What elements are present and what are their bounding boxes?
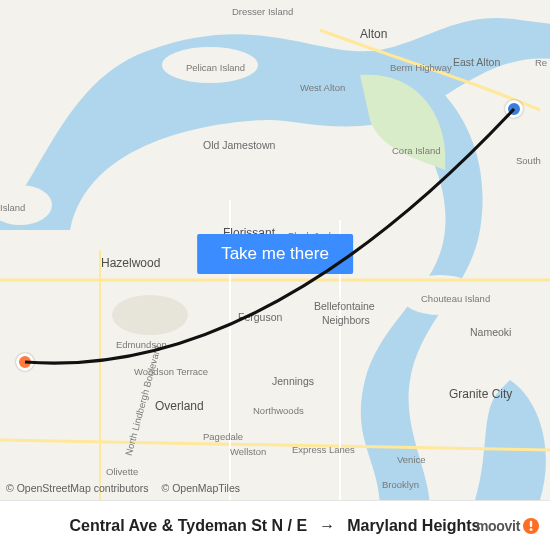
destination-label: Maryland Heights: [347, 517, 480, 535]
city-label: South: [516, 155, 541, 166]
arrow-icon: →: [319, 517, 335, 535]
city-label: Chouteau Island: [421, 293, 490, 304]
origin-label: Central Ave & Tydeman St N / E: [69, 517, 307, 535]
city-label: Ferguson: [238, 311, 282, 323]
destination-pin[interactable]: [16, 353, 34, 371]
origin-pin[interactable]: [505, 100, 523, 118]
city-label: Pelican Island: [186, 62, 245, 73]
city-label: Express Lanes: [292, 444, 355, 455]
city-label: West Alton: [300, 82, 345, 93]
city-label: Overland: [155, 399, 204, 413]
city-label: Dresser Island: [232, 6, 293, 17]
city-label: Wellston: [230, 446, 266, 457]
footer-bar: Central Ave & Tydeman St N / E → Marylan…: [0, 500, 550, 550]
city-label: Bellefontaine: [314, 300, 375, 312]
city-label: Jennings: [272, 375, 314, 387]
city-label: Brooklyn: [382, 479, 419, 490]
city-label: Venice: [397, 454, 426, 465]
take-me-there-button[interactable]: Take me there: [197, 234, 353, 274]
svg-point-8: [530, 528, 533, 531]
city-label: Olivette: [106, 466, 138, 477]
brand-badge: moovit: [476, 517, 540, 535]
city-label: Pagedale: [203, 431, 243, 442]
brand-text: moovit: [476, 518, 520, 534]
city-label: Nameoki: [470, 326, 511, 338]
brand-icon: [522, 517, 540, 535]
attribution-omt: © OpenMapTiles: [161, 482, 240, 494]
city-label: Berm Highway: [390, 62, 452, 73]
map-container[interactable]: AltonEast AltonDresser IslandPelican Isl…: [0, 0, 550, 500]
city-label: Alton: [360, 27, 387, 41]
city-label: East Alton: [453, 56, 500, 68]
city-label: Island: [0, 202, 25, 213]
city-label: Granite City: [449, 387, 512, 401]
svg-rect-7: [530, 520, 532, 526]
attribution-osm: © OpenStreetMap contributors: [6, 482, 149, 494]
city-label: Northwoods: [253, 405, 304, 416]
city-label: Re: [535, 57, 547, 68]
city-label: Cora Island: [392, 145, 441, 156]
map-attribution: © OpenStreetMap contributors © OpenMapTi…: [6, 482, 250, 494]
city-label: Hazelwood: [101, 256, 160, 270]
city-label: Neighbors: [322, 314, 370, 326]
city-label: Old Jamestown: [203, 139, 275, 151]
